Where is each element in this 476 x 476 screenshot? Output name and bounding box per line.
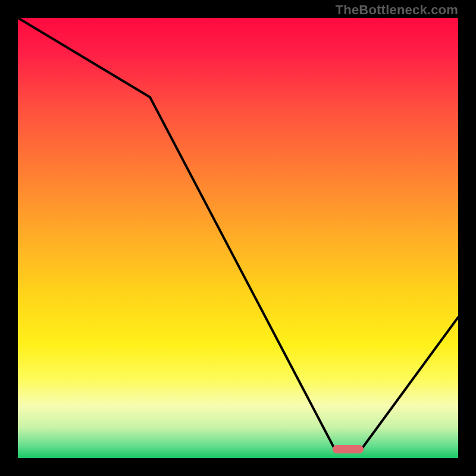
background-gradient: [18, 18, 458, 458]
svg-rect-0: [18, 18, 458, 458]
watermark-text: TheBottleneck.com: [336, 2, 458, 18]
plot-area: [18, 18, 458, 458]
chart-frame: TheBottleneck.com: [0, 0, 476, 476]
optimum-marker: [333, 445, 364, 453]
